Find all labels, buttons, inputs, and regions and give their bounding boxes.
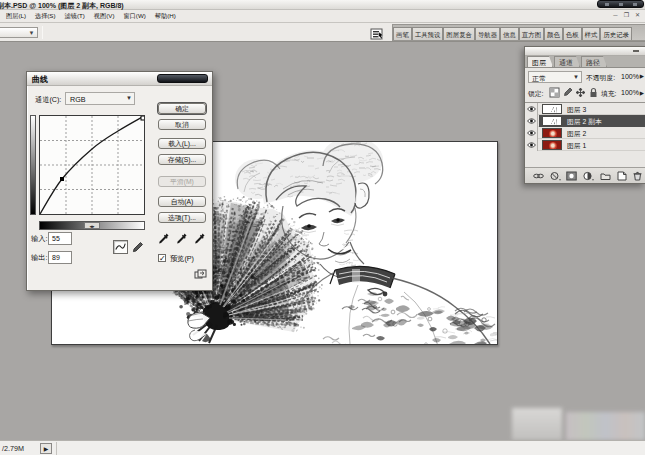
minimize-icon[interactable] [605, 3, 609, 6]
load-button[interactable]: 载入(L)... [158, 138, 206, 149]
tool-preset-combo[interactable]: ▼ [0, 27, 38, 38]
output-value-field[interactable]: 89 [48, 251, 72, 264]
well-tab-color[interactable]: 颜色 [544, 27, 563, 40]
layer-thumbnail[interactable] [542, 128, 562, 138]
lock-pixels-icon[interactable] [562, 87, 573, 98]
layers-panel-tabs: 图层 通道 路径 [525, 56, 645, 68]
menu-item-select[interactable]: 选择(S) [32, 12, 59, 21]
menu-item-filter[interactable]: 滤镜(T) [62, 12, 88, 21]
pencil-tool-button[interactable] [131, 241, 144, 254]
cancel-button[interactable]: 取消 [158, 119, 206, 130]
eye-icon [527, 130, 536, 136]
layer-thumbnail[interactable] [542, 140, 562, 150]
lock-all-icon[interactable] [588, 87, 599, 98]
hand-sketch [188, 312, 211, 342]
new-group-icon[interactable] [600, 171, 611, 181]
eye-icon [527, 142, 536, 148]
preview-checkbox[interactable]: ✓ [158, 254, 166, 262]
maximize-icon[interactable] [619, 3, 623, 6]
well-tab-navigator[interactable]: 导航器 [475, 27, 500, 40]
input-value-field[interactable]: 55 [48, 232, 72, 245]
adjustment-layer-icon[interactable] [583, 171, 594, 181]
visibility-cell[interactable] [525, 127, 538, 139]
blend-mode-select[interactable]: 正常 ▼ [528, 71, 582, 83]
toggle-palette-icon[interactable] [370, 28, 385, 40]
doc-minimize-icon[interactable]: ─ [612, 13, 619, 19]
ok-button[interactable]: 确定 [158, 103, 206, 114]
well-tab-styles[interactable]: 样式 [582, 27, 601, 40]
layer-name[interactable]: 图层 3 [567, 105, 586, 115]
menu-item-view[interactable]: 视图(V) [91, 12, 118, 21]
tab-channels[interactable]: 通道 [554, 56, 580, 67]
gradient-flip-widget[interactable]: ◂▸ [84, 222, 100, 229]
layer-row-2[interactable]: 图层 2 [525, 127, 645, 139]
visibility-cell[interactable] [525, 103, 538, 115]
well-tab-histogram[interactable]: 直方图 [519, 27, 544, 40]
delete-layer-icon[interactable] [632, 171, 643, 181]
layer-name[interactable]: 图层 1 [567, 141, 586, 151]
channel-label: 通道(C): [35, 95, 61, 105]
layer-name[interactable]: 图层 2 [567, 129, 586, 139]
link-layers-icon[interactable] [533, 171, 544, 181]
gray-point-eyedropper-icon[interactable] [176, 232, 188, 245]
well-tab-swatches[interactable]: 色板 [563, 27, 582, 40]
curves-close-button[interactable] [157, 74, 208, 83]
status-menu-arrow[interactable]: ▶ [40, 443, 52, 454]
curves-title-bar[interactable]: 曲线 [27, 72, 212, 86]
layers-panel-title-bar[interactable] [525, 47, 645, 56]
visibility-cell[interactable] [525, 115, 538, 127]
tab-paths[interactable]: 路径 [581, 56, 607, 67]
collapse-icon[interactable] [633, 50, 639, 52]
curves-dialog-title: 曲线 [32, 74, 48, 85]
menu-item-layer[interactable]: 图层(L) [3, 12, 29, 21]
layer-thumbnail[interactable] [542, 104, 562, 114]
well-tab-layer-comps[interactable]: 图层复合 [443, 27, 475, 40]
layer-name[interactable]: 图层 2 副本 [567, 117, 602, 127]
dialog-size-toggle-icon[interactable] [194, 269, 207, 280]
curve-tool-button[interactable] [113, 240, 128, 254]
blend-mode-value: 正常 [532, 74, 546, 84]
black-point-eyedropper-icon[interactable] [158, 232, 170, 245]
channel-select[interactable]: RGB ▼ [65, 92, 135, 105]
eye-icon [527, 118, 536, 124]
layer-row-1[interactable]: 图层 1 [525, 139, 645, 151]
well-tab-brushes[interactable]: 画笔 [393, 27, 412, 40]
lock-position-icon[interactable] [575, 87, 586, 98]
well-tab-tool-presets[interactable]: 工具预设 [412, 27, 444, 40]
eye-icon [527, 106, 536, 112]
window-controls[interactable] [597, 0, 644, 8]
layer-style-icon[interactable] [550, 171, 561, 181]
opacity-slider-arrow-icon[interactable]: ▶ [640, 73, 644, 79]
white-point-eyedropper-icon[interactable] [194, 232, 206, 245]
well-tab-history[interactable]: 历史记录 [600, 27, 632, 40]
opacity-label: 不透明度: [586, 73, 615, 83]
preview-label: 预览(P) [170, 254, 194, 264]
layer-mask-icon[interactable] [566, 171, 577, 181]
layer-row-2-copy[interactable]: 图层 2 副本 [525, 115, 645, 127]
close-icon[interactable] [633, 3, 637, 6]
save-button[interactable]: 存储(S)... [158, 154, 206, 165]
layers-panel: 图层 通道 路径 正常 ▼ 不透明度: 100% ▶ 锁定: [524, 46, 645, 184]
options-button[interactable]: 选项(T)... [158, 212, 206, 223]
smooth-button: 平滑(M) [158, 176, 206, 187]
opacity-value[interactable]: 100% [621, 73, 639, 80]
lock-transparency-icon[interactable] [549, 87, 560, 98]
curve-grid[interactable] [39, 115, 145, 215]
menu-item-help[interactable]: 帮助(H) [152, 12, 179, 21]
doc-restore-icon[interactable]: ❐ [623, 13, 630, 19]
layer-row-3[interactable]: 图层 3 [525, 103, 645, 115]
tab-layers[interactable]: 图层 [527, 56, 553, 67]
layer-thumbnail[interactable] [542, 116, 562, 126]
doc-close-icon[interactable]: ✕ [634, 13, 641, 19]
fill-value[interactable]: 100% [621, 89, 639, 96]
auto-button[interactable]: 自动(A) [158, 196, 206, 207]
curve-point-selected [60, 177, 64, 181]
well-tab-info[interactable]: 信息 [500, 27, 519, 40]
menu-item-window[interactable]: 窗口(W) [120, 12, 148, 21]
lock-row: 锁定: 填充: 100% ▶ [525, 85, 645, 101]
layers-panel-footer [525, 167, 645, 183]
visibility-cell[interactable] [525, 139, 538, 151]
fill-slider-arrow-icon[interactable]: ▶ [640, 90, 644, 96]
menu-bar: 图层(L) 选择(S) 滤镜(T) 视图(V) 窗口(W) 帮助(H) [0, 10, 645, 23]
new-layer-icon[interactable] [616, 171, 627, 181]
